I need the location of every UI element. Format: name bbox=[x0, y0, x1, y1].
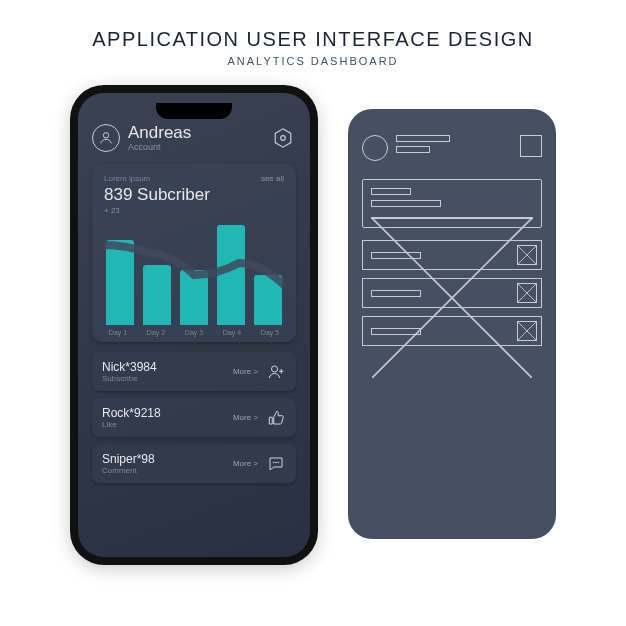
user-name: Andreas bbox=[128, 123, 191, 143]
wf-icon-placeholder bbox=[517, 245, 537, 265]
activity-info: Nick*3984 Subscribe bbox=[102, 360, 157, 383]
page-title-block: APPLICATION USER INTERFACE DESIGN ANALYT… bbox=[92, 0, 533, 67]
settings-button[interactable] bbox=[270, 125, 296, 151]
app-screen: Andreas Account Lorem ipsum 839 Subcribe… bbox=[78, 93, 310, 557]
add-user-icon bbox=[266, 362, 286, 382]
more-link[interactable]: More > bbox=[233, 459, 258, 468]
chart-bar bbox=[106, 240, 134, 325]
chart-day-label: Day 4 bbox=[218, 329, 246, 336]
svg-point-7 bbox=[276, 462, 277, 463]
activity-action: Comment bbox=[102, 466, 155, 475]
phone-frame: Andreas Account Lorem ipsum 839 Subcribe… bbox=[70, 85, 318, 565]
svg-point-0 bbox=[103, 132, 108, 137]
chart-day-label: Day 5 bbox=[256, 329, 284, 336]
page-subtitle: ANALYTICS DASHBOARD bbox=[92, 55, 533, 67]
svg-point-2 bbox=[281, 135, 286, 140]
app-header: Andreas Account bbox=[92, 123, 296, 152]
activity-row[interactable]: Nick*3984 Subscribe More > bbox=[92, 352, 296, 391]
activity-row[interactable]: Sniper*98 Comment More > bbox=[92, 444, 296, 483]
card-smalltext: Lorem ipsum bbox=[104, 174, 210, 183]
wireframe-panel bbox=[348, 109, 556, 539]
activity-action: Subscribe bbox=[102, 374, 157, 383]
wf-icon-placeholder bbox=[517, 283, 537, 303]
activity-user: Rock*9218 bbox=[102, 406, 161, 420]
svg-marker-1 bbox=[275, 128, 291, 146]
svg-point-3 bbox=[272, 366, 278, 372]
mockups-row: Andreas Account Lorem ipsum 839 Subcribe… bbox=[70, 85, 556, 565]
wf-chart-placeholder bbox=[371, 217, 533, 219]
wf-icon-placeholder bbox=[517, 321, 537, 341]
see-all-link[interactable]: see all bbox=[261, 174, 284, 183]
activity-info: Rock*9218 Like bbox=[102, 406, 161, 429]
user-text: Andreas Account bbox=[128, 123, 191, 152]
wf-icon-placeholder bbox=[520, 135, 542, 157]
stats-card: Lorem ipsum 839 Subcriber + 23 see all D… bbox=[92, 164, 296, 342]
svg-point-6 bbox=[273, 462, 274, 463]
subscriber-chart: Day 1Day 2Day 3Day 4Day 5 bbox=[104, 225, 284, 336]
thumbs-up-icon bbox=[266, 408, 286, 428]
user-label: Account bbox=[128, 142, 191, 152]
chart-day-label: Day 3 bbox=[180, 329, 208, 336]
activity-user: Sniper*98 bbox=[102, 452, 155, 466]
chart-bar bbox=[180, 270, 208, 325]
more-link[interactable]: More > bbox=[233, 413, 258, 422]
subscriber-delta: + 23 bbox=[104, 206, 210, 215]
wf-text-placeholder bbox=[396, 135, 450, 142]
user-icon bbox=[98, 130, 114, 146]
gear-icon bbox=[272, 127, 294, 149]
more-link[interactable]: More > bbox=[233, 367, 258, 376]
activity-user: Nick*3984 bbox=[102, 360, 157, 374]
wf-text-placeholder bbox=[371, 200, 441, 207]
wf-text-placeholder bbox=[396, 146, 430, 153]
comment-icon bbox=[266, 454, 286, 474]
wf-text-placeholder bbox=[371, 188, 411, 195]
activity-list: Nick*3984 Subscribe More > Rock*9218 Lik… bbox=[92, 352, 296, 547]
chart-day-label: Day 2 bbox=[142, 329, 170, 336]
chart-bar bbox=[254, 275, 282, 325]
chart-bar bbox=[143, 265, 171, 325]
activity-action: Like bbox=[102, 420, 161, 429]
page-title: APPLICATION USER INTERFACE DESIGN bbox=[92, 28, 533, 51]
chart-day-label: Day 1 bbox=[104, 329, 132, 336]
wf-card bbox=[362, 179, 542, 228]
subscriber-count: 839 Subcriber bbox=[104, 185, 210, 205]
wf-header bbox=[362, 135, 542, 161]
activity-row[interactable]: Rock*9218 Like More > bbox=[92, 398, 296, 437]
wf-avatar-placeholder bbox=[362, 135, 388, 161]
svg-point-8 bbox=[278, 462, 279, 463]
chart-bar bbox=[217, 225, 245, 325]
activity-info: Sniper*98 Comment bbox=[102, 452, 155, 475]
avatar[interactable] bbox=[92, 124, 120, 152]
